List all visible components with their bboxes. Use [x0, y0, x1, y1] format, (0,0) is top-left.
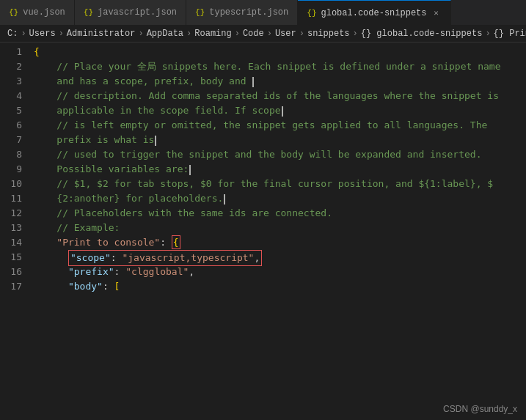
code-line-2: // Place your 全局 snippets here. Each sni… [34, 59, 526, 74]
code-line-1: { [34, 45, 526, 59]
lnum-9: 9 [0, 162, 22, 177]
tab-label: typescript.json [209, 7, 288, 18]
ts-file-icon: {} [195, 8, 205, 17]
code-line-10: // $1, $2 for tab stops, $0 for the fina… [34, 177, 526, 191]
code-text-area[interactable]: { // Place your 全局 snippets here. Each s… [29, 45, 526, 420]
code-line-14: "Print to console": { [34, 235, 526, 250]
code-line-17: "body": [ [34, 279, 526, 294]
tab-bar: {} vue.json {} javascript.json {} typesc… [0, 0, 526, 26]
code-line-7: prefix is what is [34, 133, 526, 147]
code-line-11: {2:another} for placeholders. [34, 191, 526, 206]
lnum-1: 1 [0, 45, 22, 59]
tab-close-button[interactable]: ✕ [431, 8, 442, 18]
code-line-6: // is left empty or omitted, the snippet… [34, 118, 526, 133]
tab-javascript[interactable]: {} javascript.json [75, 0, 186, 25]
tab-label: global.code-snippets [321, 8, 426, 18]
lnum-16: 16 [0, 265, 22, 279]
line-numbers-panel: 1 2 3 4 5 6 7 8 9 10 11 12 13 14 15 16 1… [0, 45, 29, 420]
lnum-12: 12 [0, 206, 22, 221]
vue-file-icon: {} [9, 8, 18, 17]
lnum-8: 8 [0, 147, 22, 162]
breadcrumb: C: › Users › Administrator › AppData › R… [0, 26, 526, 43]
lnum-17: 17 [0, 279, 22, 294]
lnum-14: 14 [0, 235, 22, 250]
lnum-10: 10 [0, 177, 22, 191]
lnum-7: 7 [0, 133, 22, 147]
tab-vue[interactable]: {} vue.json [0, 0, 75, 25]
code-line-13: // Example: [34, 221, 526, 235]
watermark: CSDN @sunddy_x [443, 404, 517, 414]
code-line-3: and has a scope, prefix, body and [34, 74, 526, 89]
lnum-2: 2 [0, 59, 22, 74]
lnum-4: 4 [0, 89, 22, 103]
lnum-3: 3 [0, 74, 22, 89]
code-line-5: applicable in the scope field. If scope [34, 103, 526, 118]
code-line-4: // description. Add comma separated ids … [34, 89, 526, 103]
code-line-16: "prefix": "clgglobal", [34, 265, 526, 279]
lnum-15: 15 [0, 250, 22, 265]
js-file-icon: {} [84, 8, 93, 17]
code-line-9: Possible variables are: [34, 162, 526, 177]
tab-global-snippets[interactable]: {} global.code-snippets ✕ [298, 0, 450, 25]
editor-main[interactable]: 1 2 3 4 5 6 7 8 9 10 11 12 13 14 15 16 1… [0, 45, 526, 420]
snippets-file-icon: {} [307, 9, 316, 18]
lnum-5: 5 [0, 103, 22, 118]
lnum-11: 11 [0, 191, 22, 206]
tab-typescript[interactable]: {} typescript.json [186, 0, 298, 25]
code-line-15: "scope": "javascript,typescript", [34, 250, 526, 265]
lnum-6: 6 [0, 118, 22, 133]
code-line-8: // used to trigger the snippet and the b… [34, 147, 526, 162]
tab-label: javascript.json [98, 7, 177, 18]
lnum-13: 13 [0, 221, 22, 235]
tab-label: vue.json [23, 7, 65, 18]
code-line-12: // Placeholders with the same ids are co… [34, 206, 526, 221]
